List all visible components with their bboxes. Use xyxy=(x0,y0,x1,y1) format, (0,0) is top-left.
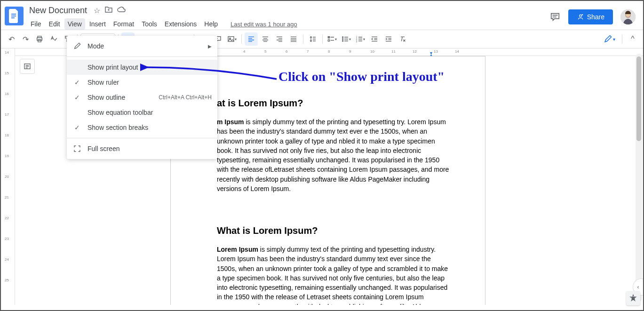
comment-history-icon[interactable] xyxy=(549,11,561,23)
menu-file[interactable]: File xyxy=(27,18,45,30)
scrollbar-thumb[interactable] xyxy=(636,56,641,141)
menu-insert[interactable]: Insert xyxy=(86,18,109,30)
check-icon: ✓ xyxy=(72,79,82,86)
fullscreen-icon xyxy=(72,145,82,152)
doc-paragraph: Lorem Ipsum is simply dummy text of the … xyxy=(217,245,452,305)
menu-tools[interactable]: Tools xyxy=(138,18,160,30)
editing-mode-button[interactable]: ▾ xyxy=(601,33,618,45)
svg-rect-0 xyxy=(11,14,16,15)
pencil-icon xyxy=(72,42,82,50)
menu-help[interactable]: Help xyxy=(201,18,221,30)
spellcheck-button[interactable] xyxy=(47,32,60,46)
bulleted-list-button[interactable]: ▾ xyxy=(340,32,353,46)
checklist-button[interactable]: ▾ xyxy=(326,32,339,46)
star-icon[interactable]: ☆ xyxy=(94,6,100,15)
svg-point-17 xyxy=(342,40,343,41)
check-icon: ✓ xyxy=(72,94,82,101)
svg-rect-2 xyxy=(11,17,15,18)
redo-button[interactable]: ↷ xyxy=(19,32,32,46)
line-spacing-button[interactable] xyxy=(306,32,319,46)
account-avatar[interactable] xyxy=(620,9,636,24)
view-menu-show-outline[interactable]: ✓ Show outline Ctrl+Alt+A Ctrl+Alt+H xyxy=(67,90,217,105)
doc-title[interactable]: New Document xyxy=(27,5,89,16)
last-edit-link[interactable]: Last edit was 1 hour ago xyxy=(231,21,297,28)
view-menu-show-print-layout[interactable]: Show print layout xyxy=(67,60,217,75)
menu-format[interactable]: Format xyxy=(110,18,137,30)
cloud-status-icon[interactable] xyxy=(117,6,126,15)
view-menu-full-screen[interactable]: Full screen xyxy=(67,141,217,156)
view-menu-show-section-breaks[interactable]: ✓ Show section breaks xyxy=(67,120,217,135)
undo-button[interactable]: ↶ xyxy=(5,32,18,46)
svg-rect-14 xyxy=(328,40,329,41)
svg-rect-11 xyxy=(228,37,234,42)
menu-extensions[interactable]: Extensions xyxy=(161,18,200,30)
svg-rect-1 xyxy=(11,16,16,16)
align-center-button[interactable] xyxy=(259,32,272,46)
align-left-button[interactable] xyxy=(245,32,258,46)
submenu-arrow-icon: ▶ xyxy=(208,44,212,49)
doc-heading: What is Lorem Ipsum? xyxy=(217,225,452,236)
increase-indent-button[interactable] xyxy=(382,32,395,46)
share-button[interactable]: Share xyxy=(568,9,613,24)
collapse-toolbar-button[interactable]: ^ xyxy=(626,32,639,46)
check-icon: ✓ xyxy=(72,124,82,131)
docs-logo[interactable] xyxy=(5,7,24,25)
align-justify-button[interactable] xyxy=(287,32,300,46)
menu-view[interactable]: View xyxy=(64,18,85,30)
share-button-label: Share xyxy=(587,13,604,21)
explore-button[interactable] xyxy=(626,291,640,305)
annotation-text: Click on "Show print layout" xyxy=(278,69,445,84)
vertical-ruler: 14 15 16 17 18 19 20 21 22 23 24 25 xyxy=(1,48,15,305)
decrease-indent-button[interactable] xyxy=(368,32,381,46)
print-button[interactable] xyxy=(33,32,46,46)
view-menu-show-ruler[interactable]: ✓ Show ruler xyxy=(67,75,217,90)
svg-point-16 xyxy=(342,39,343,40)
svg-rect-23 xyxy=(632,297,635,300)
clear-formatting-button[interactable] xyxy=(396,32,409,46)
vertical-scrollbar[interactable] xyxy=(636,54,642,302)
move-icon[interactable] xyxy=(105,6,112,15)
doc-paragraph: m Ipsum is simply dummy text of the prin… xyxy=(217,117,452,193)
document-page[interactable]: What is Lorem Ipsum? Lorem Ipsum is simp… xyxy=(170,216,485,305)
view-menu-show-equation-toolbar[interactable]: Show equation toolbar xyxy=(67,105,217,120)
menu-edit[interactable]: Edit xyxy=(46,18,64,30)
outline-toggle-button[interactable] xyxy=(20,59,35,74)
svg-text:3: 3 xyxy=(356,40,358,43)
view-menu-mode[interactable]: Mode ▶ xyxy=(67,39,217,54)
view-menu-dropdown: Mode ▶ Show print layout ✓ Show ruler ✓ … xyxy=(67,36,217,159)
insert-image-button[interactable]: ▾ xyxy=(225,32,239,46)
align-right-button[interactable] xyxy=(273,32,286,46)
numbered-list-button[interactable]: 123▾ xyxy=(354,32,367,46)
doc-heading: at is Lorem Ipsum? xyxy=(217,98,452,109)
svg-point-15 xyxy=(342,37,343,38)
